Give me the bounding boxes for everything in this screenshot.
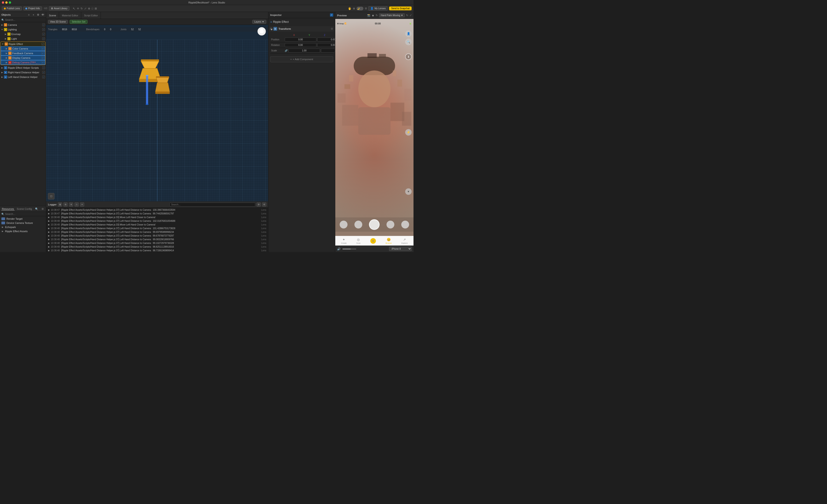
rotation-x-field[interactable] — [285, 43, 317, 47]
cursor-tool-icon[interactable]: ↖ — [73, 7, 76, 10]
minimize-button[interactable] — [5, 1, 8, 4]
logger-warn-button[interactable]: ⚠ — [75, 203, 79, 207]
logger-search-input[interactable] — [169, 203, 255, 207]
phone-nav-close[interactable]: ✕ — [370, 237, 376, 244]
transform-collapse-icon[interactable]: ▼ — [270, 28, 272, 30]
resources-search-input[interactable] — [5, 213, 45, 215]
tree-item-right-hand[interactable]: ▶ ● Right Hand Distance Helper — [0, 70, 46, 75]
tree-item-ripple-helper[interactable]: ▶ ● Ripple Effect Helper Scripts — [0, 65, 46, 70]
expand-envmap[interactable]: ▶ — [4, 33, 7, 35]
add-component-plus-button[interactable]: + — [270, 20, 272, 24]
helper-scripts-checkbox[interactable] — [42, 66, 45, 69]
logger-filter-button[interactable]: ⚙ — [256, 203, 261, 207]
send-to-snapchat-button[interactable]: Send to Snapchat — [389, 6, 411, 10]
phone-nav-scan[interactable]: ◎ Scan — [356, 237, 360, 244]
my-lenses-button[interactable]: 👤 My Lenses — [368, 6, 388, 11]
res-item-echopark[interactable]: ▶ Echopark — [0, 225, 46, 229]
scale-y-field[interactable] — [321, 49, 335, 53]
layers-button[interactable]: Layers ▼ — [252, 20, 266, 24]
publish-lens-button[interactable]: Publish Lens — [2, 6, 22, 10]
position-y-field[interactable] — [317, 38, 335, 42]
preview-sync-button[interactable]: ↻ — [376, 14, 378, 17]
material-editor-tab[interactable]: Material Editor — [59, 12, 81, 19]
script-editor-tab[interactable]: Script Editor — [81, 12, 101, 19]
filter-button-right[interactable] — [401, 221, 409, 228]
scroll-down-button[interactable]: ▼ — [405, 188, 411, 195]
selection-set-button[interactable]: Selection Set — [70, 20, 88, 24]
volume-icon[interactable]: 🔊 — [337, 247, 341, 250]
expand-lighting[interactable]: ▼ — [1, 29, 3, 31]
logger-settings-button[interactable]: ⚙ — [262, 203, 266, 207]
right-hand-checkbox[interactable] — [42, 71, 45, 74]
inspector-enable-checkbox[interactable]: ✓ — [330, 13, 333, 17]
expand-ripple-assets[interactable]: ▶ — [1, 230, 4, 232]
scale-tool-icon[interactable]: ⤢ — [84, 7, 87, 10]
tree-item-display-camera[interactable]: ▶ ● Display Camera — [1, 56, 45, 60]
device-selector[interactable]: iPhone 8 iPhone 12 iPhone 14 Pro — [389, 247, 411, 251]
lens-selector-dropdown[interactable]: Hand Palm Moving ▼ — [379, 13, 405, 17]
filter-button[interactable]: ⚙ — [36, 13, 40, 17]
scale-link-icon[interactable]: 🔗 — [285, 49, 288, 52]
ripple-effect-checkbox[interactable] — [42, 43, 44, 45]
display-camera-checkbox[interactable] — [41, 56, 44, 59]
logger-error-button[interactable]: ✕ — [80, 203, 84, 207]
lighting-checkbox[interactable] — [42, 28, 45, 31]
resources-search-button[interactable]: 🔍 — [35, 207, 39, 211]
snap-tool-icon[interactable]: □ — [92, 7, 93, 10]
close-button[interactable] — [2, 1, 4, 4]
expand-light[interactable]: ▶ — [4, 38, 7, 40]
tree-item-envmap[interactable]: ▶ ● Envmap — [0, 32, 46, 37]
scene-config-tab[interactable]: Scene Config — [16, 208, 33, 211]
scene-tab[interactable]: Scene — [46, 12, 59, 19]
user-action-button[interactable]: 👤 — [405, 31, 411, 37]
expand-ripple-helper[interactable]: ▶ — [1, 67, 3, 69]
window-controls[interactable] — [2, 1, 11, 4]
transform-component-header[interactable]: ▼ ⊞ Transform ⚙ — [269, 26, 334, 32]
resources-filter-button[interactable]: ⚙ — [41, 207, 45, 211]
feedback-camera-checkbox[interactable] — [41, 52, 44, 55]
scene-viewport[interactable]: View 2D Scene Selection Set Layers ▼ Tri… — [46, 19, 268, 201]
volume-slider[interactable] — [342, 248, 356, 249]
add-object-button[interactable]: + — [32, 13, 35, 17]
phone-nav-explore[interactable]: ↗ Explore — [401, 237, 408, 244]
capture-viewport-button[interactable]: ⊡ — [48, 193, 54, 200]
info-button[interactable]: ℹ — [405, 54, 411, 60]
list-view-button[interactable]: ≡ — [27, 13, 31, 17]
res-item-ripple-assets[interactable]: ▶ Ripple Effect Assets — [0, 229, 46, 233]
tree-item-color-camera[interactable]: ▶ ● Color Camera — [1, 46, 45, 51]
light-checkbox[interactable] — [42, 37, 45, 40]
expand-left-hand[interactable]: ▶ — [1, 76, 3, 78]
logger-copy-button[interactable]: ⧉ — [63, 203, 67, 207]
debug-camera-checkbox[interactable] — [41, 61, 44, 64]
camera-tool-icon[interactable]: ⊕ — [353, 7, 355, 10]
view-2d-scene-button[interactable]: View 2D Scene — [48, 20, 68, 24]
transform-tool-icon[interactable]: ⊕ — [88, 7, 90, 10]
preview-refresh-button[interactable]: ↻ — [406, 14, 408, 17]
phone-nav-browse[interactable]: 😊 Browse — [386, 237, 392, 244]
layout-icon[interactable]: ⊟ — [365, 7, 367, 10]
preview-record-button[interactable]: ⏺ — [372, 14, 374, 17]
visibility-button[interactable]: 👁 — [41, 13, 45, 17]
expand-camera[interactable]: ▶ — [1, 24, 3, 26]
left-hand-checkbox[interactable] — [42, 76, 45, 78]
rotation-y-field[interactable] — [317, 43, 335, 47]
tree-item-camera[interactable]: ▶ ● Camera — [0, 22, 46, 27]
asset-library-button[interactable]: ⊞ Asset Library — [49, 6, 69, 11]
preview-expand-button[interactable]: ⤢ — [409, 14, 411, 17]
project-info-button[interactable]: Project Info — [23, 6, 42, 10]
maximize-button[interactable] — [9, 1, 11, 4]
envmap-checkbox[interactable] — [42, 33, 45, 36]
expand-echopark[interactable]: ▶ — [1, 226, 4, 228]
tree-item-feedback-camera[interactable]: ▶ ● Feedback Camera — [1, 51, 45, 56]
grid-tool-icon[interactable]: ⊞ — [95, 7, 97, 10]
expand-debug-camera[interactable]: ▶ — [5, 61, 8, 64]
camera-checkbox[interactable] — [42, 23, 45, 26]
expand-ripple-effect[interactable]: ▼ — [2, 43, 4, 45]
res-item-render-target[interactable]: Render Target — [0, 217, 46, 221]
preview-screenshot-button[interactable]: 📸 — [367, 14, 370, 17]
transform-settings-button[interactable]: ⚙ — [331, 27, 333, 31]
hand-tool-icon[interactable]: 🖐 — [348, 7, 351, 10]
logger-clear-button[interactable]: 🗑 — [58, 203, 62, 207]
expand-display-camera[interactable]: ▶ — [5, 57, 8, 59]
capture-button-main[interactable] — [369, 219, 380, 230]
